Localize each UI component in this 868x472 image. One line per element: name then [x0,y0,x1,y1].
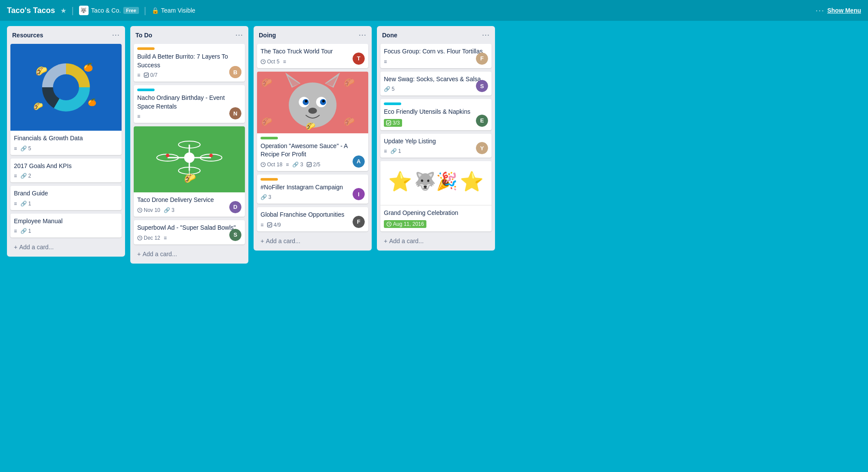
card-title-burrito: Build A Better Burrito: 7 Layers To Succ… [137,53,241,69]
cover-taco-wolf: 🌮 🌮 🌮 🌮 [257,72,368,133]
card-meta-yelp: ≡ 🔗 1 [384,148,488,154]
workspace-name: Taco & Co. [91,7,121,14]
avatar-eco: E [476,115,488,127]
card-title-eco: Eco Friendly Utensils & Napkins [384,108,488,116]
label-bar-green [261,137,278,139]
card-swag[interactable]: New Swag: Socks, Scarves & Salsa 🔗 5 S [380,72,492,96]
card-financials[interactable]: 🌮 🍊 🍊 🌮 Financials & Growth Data ≡ 🔗 5 [10,44,122,155]
description-icon: ≡ [137,113,140,119]
label-bar-cyan [137,89,155,91]
card-meta-taco-truck: Oct 5 ≡ [261,59,365,65]
svg-point-32 [289,83,337,128]
card-title-financials: Financials & Growth Data [14,134,118,143]
cover-drone: 🌮 [134,126,245,192]
avatar-franchise: F [353,216,365,228]
more-options-icon[interactable]: ··· [815,6,825,15]
add-card-resources[interactable]: + Add a card... [10,241,122,253]
avatar-taco-truck: T [353,53,365,65]
card-employee[interactable]: Employee Manual ≡ 🔗 1 [10,214,122,238]
add-card-doing[interactable]: + Add a card... [257,235,368,247]
card-drone[interactable]: 🌮 Taco Drone Delivery Service Nov 10 🔗 3… [134,126,245,217]
board-title[interactable]: Taco's Tacos [7,6,55,15]
svg-point-41 [305,100,307,102]
card-goals[interactable]: 2017 Goals And KPIs ≡ 🔗 2 [10,158,122,183]
card-meta-awesome-sauce: Oct 18 ≡ 🔗 3 2/5 [261,162,365,168]
svg-text:🌮: 🌮 [344,77,355,88]
attachment-count-awesome: 🔗 3 [292,162,303,168]
card-title-goals: 2017 Goals And KPIs [14,162,118,171]
description-icon: ≡ [14,145,17,152]
card-meta-focus-group: ≡ [384,59,488,65]
workspace-selector[interactable]: 🐺 Taco & Co. Free [79,6,139,15]
card-meta-birthday: ≡ [137,113,241,119]
column-header-done: Done ··· [380,30,492,40]
date-taco-truck: Oct 5 [261,59,280,65]
card-focus-group[interactable]: Focus Group: Corn vs. Flour Tortillas ≡ … [380,44,492,68]
avatar-awesome-sauce: A [353,155,365,168]
star-icon[interactable]: ★ [60,7,66,15]
svg-text:🌮: 🌮 [261,116,272,127]
card-grand-opening[interactable]: ⭐ 🐺🎉 ⭐ Grand Opening Celebration Aug 11,… [380,161,492,231]
attachment-count-instagram: 🔗 3 [261,194,271,200]
description-icon: ≡ [14,201,17,207]
team-label: Team Visible [161,7,195,14]
free-badge: Free [123,7,139,14]
add-card-done[interactable]: + Add a card... [380,235,492,247]
column-title-doing: Doing [259,32,276,39]
card-yelp[interactable]: Update Yelp Listing ≡ 🔗 1 Y [380,134,492,158]
attachment-count-drone: 🔗 3 [164,207,175,213]
plus-icon: + [384,238,387,244]
attachment-count: 🔗 1 [20,228,31,234]
avatar-focus-group: F [476,53,488,65]
attachment-count: 🔗 2 [20,173,31,179]
date-grand-opening: Aug 11, 2016 [384,220,426,228]
checklist-franchise: 4/9 [267,222,281,228]
label-bar-orange [137,47,155,50]
card-brand[interactable]: Brand Guide ≡ 🔗 1 [10,186,122,210]
column-menu-todo[interactable]: ··· [235,30,243,40]
card-birthday[interactable]: Nacho Ordinary Birthday - Event Space Re… [134,85,245,123]
card-title-yelp: Update Yelp Listing [384,137,488,146]
svg-point-14 [166,154,169,157]
card-eco[interactable]: Eco Friendly Utensils & Napkins 3/3 E [380,99,492,130]
card-awesome-sauce[interactable]: 🌮 🌮 🌮 🌮 [257,72,368,171]
svg-point-43 [308,108,317,114]
card-meta-swag: 🔗 5 [384,86,488,92]
column-header-resources: Resources ··· [10,30,122,40]
add-card-todo[interactable]: + Add a card... [134,248,245,260]
card-instagram[interactable]: #NoFiller Instagram Campaign 🔗 3 I [257,175,368,204]
column-menu-resources[interactable]: ··· [112,30,120,40]
svg-text:🌮: 🌮 [261,77,272,88]
svg-point-13 [184,152,195,163]
team-visibility[interactable]: 🔒 Team Visible [152,7,195,14]
attachment-count-swag: 🔗 5 [384,86,395,92]
app-header: Taco's Tacos ★ | 🐺 Taco & Co. Free | 🔒 T… [0,0,868,21]
column-todo: To Do ··· Build A Better Burrito: 7 Laye… [130,26,248,264]
date-superbowl: Dec 12 [137,235,160,241]
plus-icon: + [14,244,17,251]
svg-point-42 [322,100,325,102]
card-title-franchise: Global Franchise Opportunities [261,211,365,219]
description-icon-taco-truck: ≡ [283,59,286,65]
card-burrito[interactable]: Build A Better Burrito: 7 Layers To Succ… [134,44,245,82]
card-meta-financials: ≡ 🔗 5 [14,145,118,152]
card-meta-brand: ≡ 🔗 1 [14,201,118,207]
board: Resources ··· [0,21,868,269]
description-icon: ≡ [14,173,17,179]
card-meta-employee: ≡ 🔗 1 [14,228,118,234]
cover-celebration: ⭐ 🐺🎉 ⭐ [380,161,492,205]
column-menu-doing[interactable]: ··· [359,30,366,40]
column-header-doing: Doing ··· [257,30,368,40]
description-icon-franchise: ≡ [261,222,264,228]
wolf-party-icon: 🐺🎉 [414,171,458,191]
description-icon-superbowl: ≡ [164,235,167,241]
description-icon-awesome: ≡ [286,162,289,168]
card-superbowl[interactable]: Superbowl Ad - "Super Salad Bowls" Dec 1… [134,220,245,244]
card-title-drone: Taco Drone Delivery Service [137,196,241,205]
card-taco-truck[interactable]: The Taco Truck World Tour Oct 5 ≡ T [257,44,368,68]
column-menu-done[interactable]: ··· [482,30,490,40]
show-menu-button[interactable]: Show Menu [827,7,861,14]
card-franchise[interactable]: Global Franchise Opportunities ≡ 4/9 F [257,207,368,231]
column-title-done: Done [382,32,397,39]
plus-icon: + [137,251,141,257]
